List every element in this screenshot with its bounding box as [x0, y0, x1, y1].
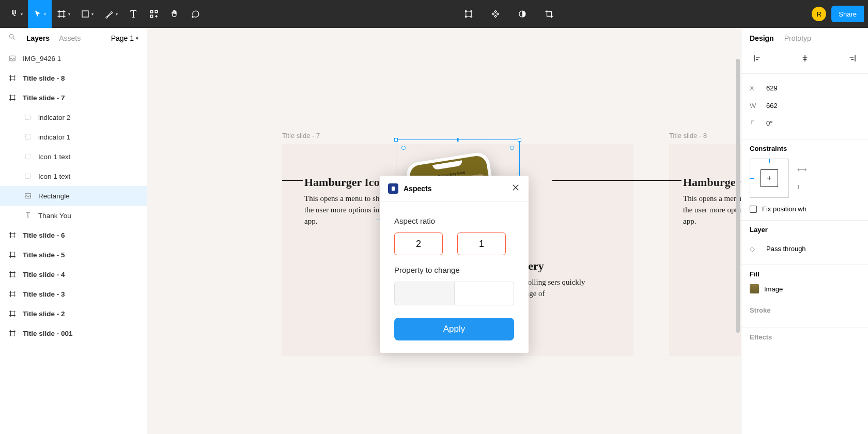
frame-icon — [8, 74, 17, 82]
v-constraint-icon[interactable]: I — [797, 183, 807, 191]
canvas-scrollbar[interactable] — [736, 59, 740, 333]
w-value[interactable]: 662 — [766, 102, 778, 110]
main-menu-button[interactable]: ▾ — [4, 0, 28, 28]
align-right-icon[interactable] — [846, 53, 858, 64]
edit-object-icon[interactable] — [460, 0, 477, 28]
tab-layers[interactable]: Layers — [26, 34, 50, 42]
align-left-icon[interactable] — [752, 53, 763, 64]
resources-button[interactable] — [144, 0, 164, 28]
group-icon — [24, 133, 32, 141]
tab-assets[interactable]: Assets — [59, 34, 81, 42]
fill-swatch[interactable] — [750, 284, 759, 293]
layer-label: Title slide - 7 — [23, 94, 65, 102]
layer-section-title: Layer — [750, 226, 860, 234]
layer-label: Title slide - 6 — [23, 231, 65, 239]
rotation-value[interactable]: 0° — [766, 119, 772, 127]
layer-row[interactable]: Title slide - 6 — [0, 225, 147, 245]
group-icon — [24, 172, 32, 180]
frame-tool-button[interactable]: ▾ — [52, 0, 75, 28]
layer-row[interactable]: Title slide - 3 — [0, 284, 147, 304]
text-icon: T — [24, 211, 32, 220]
canvas[interactable]: Title slide - 7 Hamburger Icon This open… — [147, 28, 741, 434]
layer-row[interactable]: TThank You — [0, 206, 147, 225]
gallery-heading: llery — [522, 259, 589, 273]
component-icon[interactable] — [487, 0, 504, 28]
modal-title: Aspects — [404, 184, 431, 193]
page-selector[interactable]: Page 1▾ — [111, 34, 138, 42]
layer-label: indicator 2 — [38, 114, 70, 121]
blend-mode[interactable]: Pass through — [766, 245, 806, 253]
layers-panel: Layers Assets Page 1▾ IMG_9426 1Title sl… — [0, 28, 147, 434]
fix-position-checkbox[interactable]: Fix position wh — [750, 205, 860, 213]
stroke-section-title[interactable]: Stroke — [750, 306, 860, 314]
frame-icon — [8, 251, 17, 259]
inspector-panel: Design Prototyp X629 W662 0° Constraints… — [741, 28, 868, 434]
layer-row[interactable]: Title slide - 5 — [0, 245, 147, 265]
layer-row[interactable]: Title slide - 8 — [0, 68, 147, 88]
effects-section-title[interactable]: Effects — [750, 333, 860, 341]
aspect-width-input[interactable] — [394, 233, 443, 255]
callout-line — [282, 180, 303, 181]
share-button[interactable]: Share — [831, 6, 864, 22]
property-toggle[interactable] — [394, 282, 514, 305]
constraints-widget[interactable]: + — [750, 159, 789, 198]
layer-row[interactable]: IMG_9426 1 — [0, 49, 147, 68]
layer-row[interactable]: Title slide - 2 — [0, 304, 147, 323]
layer-row[interactable]: Rectangle — [0, 186, 147, 206]
layer-row[interactable]: Title slide - 001 — [0, 323, 147, 343]
shape-tool-button[interactable]: ▾ — [75, 0, 99, 28]
layer-row[interactable]: indicator 2 — [0, 107, 147, 127]
layer-row[interactable]: Icon 1 text — [0, 147, 147, 166]
hand-tool-button[interactable] — [164, 0, 185, 28]
frame-icon — [8, 290, 17, 298]
align-hcenter-icon[interactable] — [799, 53, 811, 64]
apply-button[interactable]: Apply — [394, 318, 514, 340]
avatar[interactable]: R — [812, 7, 826, 21]
property-label: Property to change — [394, 266, 514, 274]
tab-prototype[interactable]: Prototyp — [784, 34, 811, 42]
resize-handle[interactable] — [518, 138, 521, 142]
h-constraint-icon[interactable]: ⟷ — [797, 166, 807, 174]
layer-label: Title slide - 2 — [23, 310, 65, 318]
close-icon[interactable] — [511, 183, 520, 194]
move-tool-button[interactable]: ▾ — [28, 0, 52, 28]
layer-row[interactable]: Title slide - 4 — [0, 265, 147, 284]
layer-row[interactable]: indicator 1 — [0, 127, 147, 147]
layer-row[interactable]: Title slide - 7 — [0, 88, 147, 107]
rotate-icon — [750, 119, 759, 127]
callout-heading: Hamburger Icon — [683, 176, 741, 189]
frame-icon — [8, 309, 17, 318]
svg-rect-15 — [25, 174, 30, 178]
svg-rect-1 — [150, 10, 153, 13]
rotation-handle[interactable] — [401, 146, 406, 150]
text-tool-button[interactable]: T — [123, 0, 144, 28]
x-value[interactable]: 629 — [766, 84, 778, 92]
svg-rect-0 — [82, 11, 88, 17]
artboard-label[interactable]: Title slide - 8 — [669, 132, 707, 140]
layer-label: Title slide - 5 — [23, 251, 65, 259]
edge-handle[interactable] — [457, 138, 459, 142]
mask-icon[interactable] — [514, 0, 531, 28]
tab-design[interactable]: Design — [750, 34, 774, 42]
frame-icon — [8, 270, 17, 278]
layer-label: Thank You — [38, 212, 71, 220]
layer-label: Icon 1 text — [38, 153, 70, 161]
layer-row[interactable]: Icon 1 text — [0, 166, 147, 186]
artboard-title-slide-8[interactable]: Title slide - 8 Hamburger Icon This open… — [669, 144, 741, 356]
layer-label: Title slide - 8 — [23, 74, 65, 82]
svg-rect-4 — [466, 11, 471, 17]
artboard-label[interactable]: Title slide - 7 — [282, 132, 320, 140]
search-icon[interactable] — [8, 33, 16, 43]
group-icon — [24, 152, 32, 161]
pen-tool-button[interactable]: ▾ — [99, 0, 123, 28]
svg-rect-11 — [10, 56, 16, 60]
svg-rect-14 — [25, 154, 30, 159]
crop-icon[interactable] — [540, 0, 558, 28]
comment-tool-button[interactable] — [185, 0, 206, 28]
layer-label: Rectangle — [38, 192, 70, 200]
aspect-height-input[interactable] — [457, 233, 506, 255]
rotation-handle[interactable] — [510, 146, 514, 150]
frame-icon — [8, 231, 17, 239]
fill-type[interactable]: Image — [764, 285, 783, 293]
resize-handle[interactable] — [394, 138, 398, 142]
